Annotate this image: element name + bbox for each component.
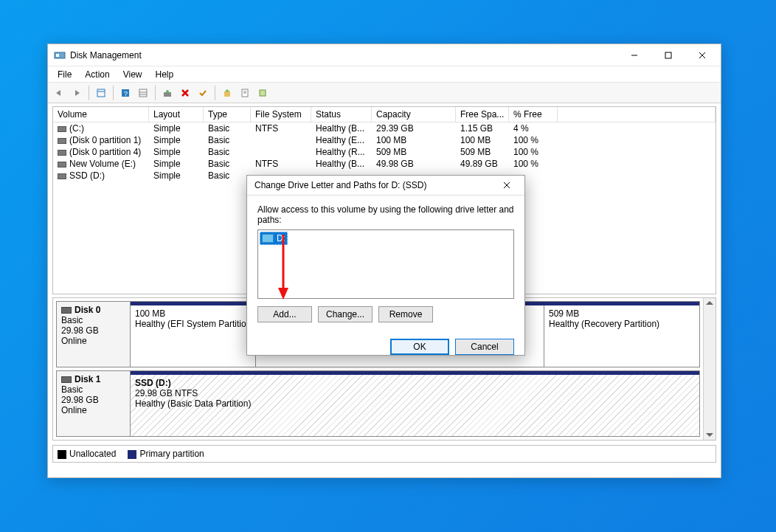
partition[interactable]: 509 MBHealthy (Recovery Partition)	[544, 305, 699, 367]
svg-rect-3	[665, 52, 671, 58]
partition[interactable]: SSD (D:)29.98 GB NTFSHealthy (Basic Data…	[131, 375, 699, 436]
menubar: File Action View Help	[48, 66, 721, 83]
volume-row[interactable]: (C:) Simple Basic NTFS Healthy (B... 29.…	[53, 122, 716, 134]
volume-icon	[58, 126, 66, 132]
col-fs[interactable]: File System	[251, 107, 311, 122]
volume-fs	[251, 134, 311, 146]
volume-name: (Disk 0 partition 4)	[69, 147, 141, 157]
volume-row[interactable]: New Volume (E:) Simple Basic NTFS Health…	[53, 158, 716, 170]
volume-pct: 100 %	[509, 134, 558, 146]
volume-row[interactable]: (Disk 0 partition 4) Simple Basic Health…	[53, 146, 716, 158]
col-volume[interactable]: Volume	[53, 107, 149, 122]
disk-icon	[61, 307, 72, 314]
volume-capacity: 100 MB	[372, 134, 456, 146]
col-type[interactable]: Type	[204, 107, 251, 122]
show-hide-icon[interactable]	[93, 85, 109, 101]
dialog-close-button[interactable]	[492, 176, 522, 195]
disk-size: 29.98 GB	[61, 325, 125, 336]
disk-size: 29.98 GB	[61, 395, 125, 405]
menu-action[interactable]: Action	[78, 68, 116, 81]
col-status[interactable]: Status	[311, 107, 372, 122]
volume-free: 1.15 GB	[456, 122, 509, 134]
menu-file[interactable]: File	[51, 68, 78, 81]
volume-type: Basic	[204, 134, 251, 146]
volume-layout: Simple	[149, 122, 204, 134]
ok-button[interactable]: OK	[390, 339, 449, 355]
svg-rect-6	[97, 89, 105, 97]
volume-fs: NTFS	[251, 158, 311, 170]
disk-type: Basic	[61, 315, 125, 325]
titlebar: Disk Management	[48, 44, 721, 66]
volume-capacity: 509 MB	[372, 146, 456, 158]
volume-pct: 4 %	[509, 122, 558, 134]
volume-layout: Simple	[149, 146, 204, 158]
disk-state: Online	[61, 405, 125, 415]
drive-icon	[262, 234, 274, 243]
disk-info[interactable]: Disk 1 Basic 29.98 GB Online	[57, 371, 131, 436]
volume-icon	[58, 173, 66, 179]
separator	[113, 86, 114, 100]
back-icon[interactable]	[51, 85, 67, 101]
drive-letter-list[interactable]: D:	[257, 229, 514, 299]
volume-row[interactable]: (Disk 0 partition 1) Simple Basic Health…	[53, 134, 716, 146]
maximize-button[interactable]	[651, 44, 685, 66]
vertical-scrollbar[interactable]	[703, 298, 716, 440]
col-capacity[interactable]: Capacity	[372, 107, 456, 122]
legend-unallocated: Unallocated	[58, 449, 116, 459]
close-button[interactable]	[685, 44, 719, 66]
volume-pct: 100 %	[509, 158, 558, 170]
app-icon	[54, 49, 66, 61]
disk-name: Disk 1	[75, 374, 100, 384]
settings-icon[interactable]	[135, 85, 151, 101]
disk-name: Disk 0	[75, 305, 100, 315]
cancel-button[interactable]: Cancel	[455, 339, 514, 355]
volume-capacity: 29.39 GB	[372, 122, 456, 134]
volume-capacity: 49.98 GB	[372, 158, 456, 170]
volume-icon	[58, 162, 66, 167]
volume-status: Healthy (B...	[311, 122, 372, 134]
col-layout[interactable]: Layout	[149, 107, 204, 122]
drive-letter-item[interactable]: D:	[260, 232, 288, 245]
tool-icon[interactable]	[254, 85, 271, 101]
legend-primary: Primary partition	[128, 449, 204, 459]
volume-icon	[58, 138, 66, 144]
add-button[interactable]: Add...	[257, 306, 312, 322]
separator	[215, 86, 215, 100]
menu-help[interactable]: Help	[149, 68, 181, 81]
help-icon[interactable]: ?	[117, 85, 134, 101]
refresh-icon[interactable]	[159, 85, 176, 101]
volume-pct: 100 %	[509, 146, 558, 158]
svg-point-14	[166, 90, 169, 93]
volume-name: (Disk 0 partition 1)	[69, 135, 141, 145]
volume-status: Healthy (B...	[311, 158, 372, 170]
volume-type: Basic	[204, 122, 251, 134]
col-pct[interactable]: % Free	[509, 107, 558, 122]
forward-icon[interactable]	[69, 85, 85, 101]
col-free[interactable]: Free Spa...	[456, 107, 509, 122]
change-button[interactable]: Change...	[318, 306, 373, 322]
disk-info[interactable]: Disk 0 Basic 29.98 GB Online	[57, 302, 131, 367]
up-icon[interactable]	[219, 85, 235, 101]
partition[interactable]: 100 MBHealthy (EFI System Partitio	[131, 305, 256, 367]
volume-layout: Simple	[149, 170, 204, 182]
minimize-button[interactable]	[617, 44, 651, 66]
volume-type: Basic	[204, 170, 251, 182]
partition-status: Healthy (EFI System Partitio	[135, 319, 251, 329]
toolbar: ?	[48, 83, 721, 103]
svg-text:?: ?	[124, 90, 128, 97]
disk-partitions: SSD (D:)29.98 GB NTFSHealthy (Basic Data…	[131, 371, 699, 436]
menu-view[interactable]: View	[117, 68, 149, 81]
delete-icon[interactable]	[177, 85, 193, 101]
legend: Unallocated Primary partition	[52, 445, 716, 463]
volume-status: Healthy (R...	[311, 146, 372, 158]
volume-free: 509 MB	[456, 146, 509, 158]
check-icon[interactable]	[195, 85, 211, 101]
volume-name: New Volume (E:)	[69, 159, 136, 169]
svg-rect-10	[139, 89, 147, 97]
properties-icon[interactable]	[237, 85, 253, 101]
disk-icon	[61, 376, 72, 383]
volume-fs: NTFS	[251, 122, 311, 134]
volume-type: Basic	[204, 146, 251, 158]
svg-rect-17	[224, 91, 230, 97]
remove-button[interactable]: Remove	[378, 306, 433, 322]
